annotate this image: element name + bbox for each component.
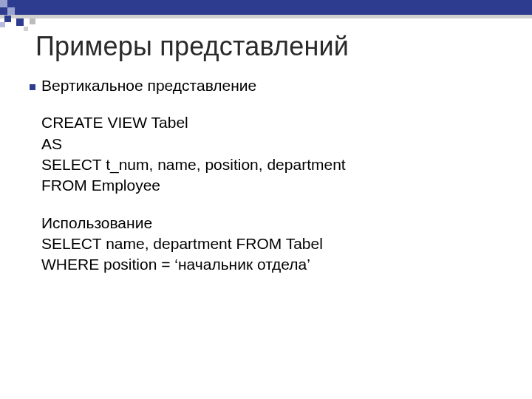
slide-body: Вертикальное представление CREATE VIEW T…: [41, 75, 502, 276]
slide-content: Примеры представлений Вертикальное предс…: [35, 30, 502, 276]
section-label-usage: Использование: [41, 213, 502, 233]
pixel-square: [4, 16, 11, 22]
pixel-square: [0, 22, 5, 27]
header-bar-grey: [0, 15, 532, 18]
pixel-square: [30, 18, 35, 24]
sql-line: FROM Employee: [41, 175, 502, 196]
decorative-corner: [0, 0, 532, 30]
section-label-vertical: Вертикальное представление: [41, 75, 502, 96]
slide-title: Примеры представлений: [35, 31, 502, 62]
pixel-square: [7, 7, 15, 15]
sql-line: AS: [41, 134, 502, 154]
pixel-square: [24, 27, 28, 31]
sql-line: SELECT name, department FROM Tabel: [41, 233, 502, 254]
pixel-square: [0, 0, 7, 7]
sql-line: CREATE VIEW Tabel: [41, 112, 502, 133]
sql-line: WHERE position = ‘начальник отдела’: [41, 254, 502, 275]
sql-line: SELECT t_num, name, position, department: [41, 154, 502, 175]
header-bar-blue: [0, 0, 532, 15]
pixel-square: [16, 18, 24, 26]
